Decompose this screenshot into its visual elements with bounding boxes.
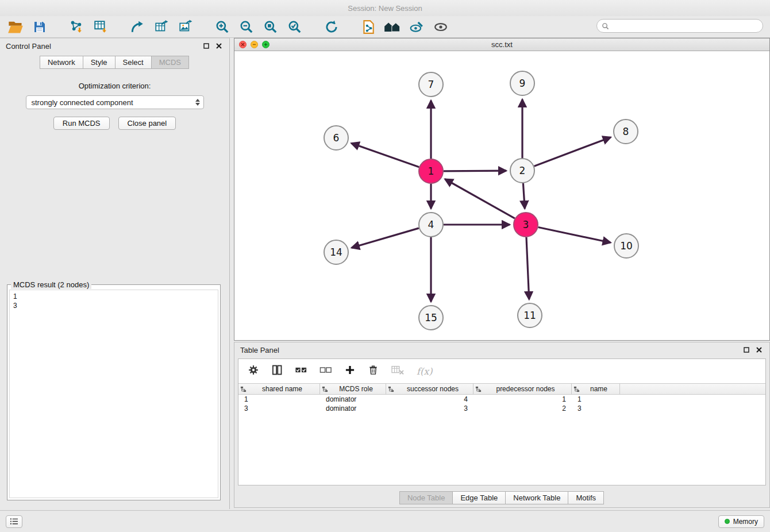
tab-mcds[interactable]: MCDS: [151, 56, 189, 69]
column-header-successor-nodes[interactable]: successor nodes: [386, 384, 473, 394]
column-header-predecessor-nodes[interactable]: predecessor nodes: [473, 384, 572, 394]
graph-node-14[interactable]: 14: [324, 240, 348, 264]
tab-select[interactable]: Select: [115, 56, 152, 69]
table-row[interactable]: 3 dominator 3 2 3: [238, 404, 765, 413]
export-image-button[interactable]: [176, 18, 195, 36]
function-builder-button[interactable]: f(x): [417, 366, 432, 377]
open-session-button[interactable]: [6, 18, 25, 36]
task-history-button[interactable]: [6, 515, 22, 528]
cell-shared-name[interactable]: 3: [238, 404, 320, 413]
graph-node-15[interactable]: 15: [419, 306, 443, 330]
close-window-button[interactable]: [239, 41, 247, 48]
graph-node-11[interactable]: 11: [518, 303, 542, 327]
graph-node-8[interactable]: 8: [614, 119, 638, 144]
graph-node-6[interactable]: 6: [324, 126, 348, 150]
column-header-shared-name[interactable]: shared name: [238, 384, 320, 394]
table-settings-button[interactable]: [248, 364, 259, 378]
cell-predecessor-nodes[interactable]: 2: [473, 404, 572, 413]
zoom-in-icon: [215, 20, 230, 34]
home-layouts-button[interactable]: [383, 18, 402, 36]
memory-button[interactable]: Memory: [718, 515, 764, 528]
export-table-button[interactable]: [152, 18, 171, 36]
graph-edge-4-14[interactable]: [352, 228, 419, 248]
create-column-button[interactable]: [344, 364, 356, 378]
cell-successor-nodes[interactable]: 4: [386, 395, 473, 404]
tab-network[interactable]: Network: [40, 56, 83, 69]
show-graphics-details-button[interactable]: [431, 18, 451, 36]
delete-table-button[interactable]: [391, 364, 405, 378]
cell-successor-nodes[interactable]: 3: [386, 404, 473, 413]
close-panel-button-2[interactable]: Close panel: [118, 117, 176, 130]
column-header-name[interactable]: name: [572, 384, 620, 394]
mcds-result-list[interactable]: 1 3: [9, 290, 218, 498]
network-graph[interactable]: 7968124314101511: [234, 51, 769, 340]
hide-graphics-details-button[interactable]: [407, 18, 426, 36]
tab-node-table[interactable]: Node Table: [399, 491, 453, 504]
close-table-panel-button[interactable]: [754, 345, 764, 354]
cell-predecessor-nodes[interactable]: 1: [473, 395, 572, 404]
deselect-all-columns-button[interactable]: [319, 364, 332, 378]
import-table-icon: [93, 20, 108, 34]
float-table-panel-button[interactable]: [742, 345, 751, 354]
close-panel-button[interactable]: [214, 41, 224, 51]
search-input[interactable]: [612, 22, 758, 30]
graph-edge-1-6[interactable]: [351, 143, 419, 167]
column-sort-icon: [322, 386, 328, 392]
graph-node-4[interactable]: 4: [419, 213, 443, 237]
graph-edge-3-11[interactable]: [526, 237, 529, 299]
select-all-columns-button[interactable]: [295, 364, 307, 378]
tab-style[interactable]: Style: [83, 56, 116, 69]
graph-edge-3-1[interactable]: [445, 179, 514, 218]
zoom-out-button[interactable]: [237, 18, 256, 36]
run-mcds-button[interactable]: Run MCDS: [53, 117, 110, 130]
graph-edge-2-3[interactable]: [523, 183, 525, 209]
graph-node-7[interactable]: 7: [419, 72, 443, 97]
cell-mcds-role[interactable]: dominator: [320, 404, 386, 413]
share-network-button[interactable]: [128, 18, 147, 36]
network-canvas[interactable]: 7968124314101511: [234, 51, 769, 340]
graph-node-1[interactable]: 1: [419, 159, 443, 183]
import-table-button[interactable]: [91, 18, 110, 36]
delete-column-button[interactable]: [368, 364, 379, 378]
refresh-view-button[interactable]: [322, 18, 341, 36]
optimization-criterion-select[interactable]: strongly connected component: [26, 95, 204, 109]
column-header-mcds-role[interactable]: MCDS role: [320, 384, 386, 394]
refresh-icon: [324, 20, 339, 34]
cell-mcds-role[interactable]: dominator: [320, 395, 386, 404]
network-window-titlebar[interactable]: scc.txt: [234, 38, 769, 51]
cell-name[interactable]: 1: [572, 395, 620, 404]
import-network-icon: [69, 20, 84, 34]
graph-node-label: 6: [333, 132, 340, 144]
zoom-in-button[interactable]: [213, 18, 232, 36]
graph-node-2[interactable]: 2: [510, 159, 534, 183]
graph-node-9[interactable]: 9: [510, 71, 534, 95]
graph-edge-3-10[interactable]: [538, 228, 611, 243]
maximize-window-button[interactable]: [262, 41, 270, 48]
tab-edge-table[interactable]: Edge Table: [452, 491, 506, 504]
memory-status-icon: [725, 519, 730, 524]
list-icon: [10, 518, 18, 525]
node-table-header: shared name MCDS role successor nodes pr…: [238, 384, 765, 395]
show-columns-button[interactable]: [271, 364, 283, 378]
columns-icon: [271, 364, 283, 376]
graph-node-3[interactable]: 3: [514, 213, 538, 237]
selected-criterion: strongly connected component: [32, 98, 195, 107]
zoom-fit-button[interactable]: [261, 18, 280, 36]
float-panel-button[interactable]: [202, 41, 211, 51]
graph-edge-1-2[interactable]: [444, 171, 506, 171]
memory-label: Memory: [733, 518, 758, 526]
graph-edge-2-8[interactable]: [534, 137, 611, 166]
import-network-button[interactable]: [67, 18, 86, 36]
tab-network-table[interactable]: Network Table: [505, 491, 568, 504]
network-document-button[interactable]: [359, 18, 378, 36]
graph-node-10[interactable]: 10: [614, 234, 638, 258]
zoom-selected-button[interactable]: [285, 18, 305, 36]
cell-name[interactable]: 3: [572, 404, 620, 413]
table-row[interactable]: 1 dominator 4 1 1: [238, 395, 765, 404]
save-session-button[interactable]: [30, 18, 49, 36]
control-panel: Control Panel Network Style Select MCDS …: [0, 38, 230, 509]
search-box[interactable]: [596, 19, 763, 33]
tab-motifs[interactable]: Motifs: [568, 491, 604, 504]
minimize-window-button[interactable]: [251, 41, 258, 48]
cell-shared-name[interactable]: 1: [238, 395, 320, 404]
